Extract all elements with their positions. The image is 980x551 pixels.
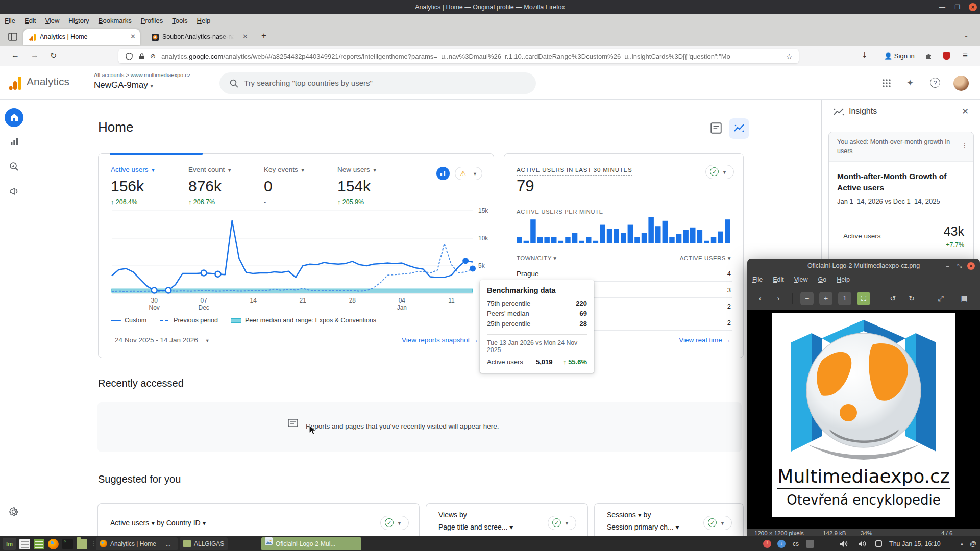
tray-update-icon[interactable]: ! bbox=[763, 540, 771, 548]
maximize-button[interactable]: ⤡ bbox=[955, 262, 963, 270]
metric-new-users[interactable]: New users ▼ 154k ↑ 205.9% bbox=[337, 165, 377, 206]
taskbar-window-analytics[interactable]: Analytics | Home — ... bbox=[96, 537, 178, 550]
assistant-sparkle-icon[interactable]: ✦ bbox=[906, 78, 914, 88]
launcher-document-icon[interactable] bbox=[19, 539, 30, 549]
metric-key-events[interactable]: Key events ▼ 0 - bbox=[264, 165, 305, 206]
menu-view[interactable]: View bbox=[40, 14, 64, 27]
search-bar[interactable]: Try searching "top countries by users" bbox=[219, 72, 536, 94]
sidebar-toggle-icon[interactable] bbox=[8, 32, 17, 41]
viewer-menu-view[interactable]: View bbox=[789, 273, 813, 286]
permissions-icon[interactable]: ⊘ bbox=[150, 52, 156, 60]
card-status-pill[interactable]: ✓▼ bbox=[380, 516, 409, 530]
viewer-menu-file[interactable]: File bbox=[747, 273, 768, 286]
adblock-extension-icon[interactable] bbox=[943, 52, 950, 60]
menu-profiles[interactable]: Profiles bbox=[136, 14, 167, 27]
close-button[interactable]: × bbox=[969, 3, 977, 11]
breadcrumb[interactable]: All accounts > www.multimediaexpo.cz bbox=[94, 72, 190, 78]
sidebar-item-home[interactable] bbox=[5, 108, 23, 127]
sidebar-item-reports[interactable] bbox=[5, 133, 23, 152]
minimize-button[interactable]: — bbox=[938, 3, 946, 11]
card-status-pill[interactable]: ✓▼ bbox=[548, 516, 576, 530]
taskbar-window-image-active[interactable]: Oficialni-Logo-2-Mul... bbox=[261, 537, 361, 550]
rotate-left-button[interactable]: ↺ bbox=[886, 292, 899, 305]
downloads-icon[interactable]: ⭣ bbox=[863, 51, 867, 60]
metric-event-count[interactable]: Event count ▼ 876k ↑ 206.7% bbox=[188, 165, 232, 206]
realtime-status-pill[interactable]: ✓▼ bbox=[705, 165, 734, 179]
next-image-button[interactable]: › bbox=[772, 292, 785, 305]
suggested-card-sessions-by-channel[interactable]: Sessions ▾ by Session primary ch... ▾ ✓▼ bbox=[594, 503, 744, 539]
sidebar-item-advertising[interactable] bbox=[5, 182, 23, 201]
zoom-out-button[interactable]: − bbox=[800, 292, 814, 305]
back-button[interactable]: ← bbox=[11, 51, 19, 60]
tray-expand-icon[interactable]: ▲ bbox=[960, 541, 964, 546]
list-all-tabs-icon[interactable]: ⌄ bbox=[964, 32, 969, 39]
menu-edit[interactable]: Edit bbox=[20, 14, 40, 27]
rotate-right-button[interactable]: ↻ bbox=[905, 292, 918, 305]
card-status-pill[interactable]: ✓▼ bbox=[703, 516, 732, 530]
kebab-menu-icon[interactable]: ⋮ bbox=[961, 141, 968, 149]
suggested-card-active-users-by-country[interactable]: Active users ▾ by Country ID ▾ ✓▼ bbox=[97, 503, 420, 539]
signin-button[interactable]: 👤 Sign in bbox=[879, 49, 920, 63]
previous-image-button[interactable]: ‹ bbox=[753, 292, 767, 305]
town-city-header[interactable]: TOWN/CITY ▾ bbox=[517, 255, 557, 262]
realtime-title[interactable]: ACTIVE USERS IN LAST 30 MINUTES bbox=[517, 167, 632, 176]
tray-shield-icon[interactable] bbox=[806, 540, 814, 548]
help-icon[interactable]: ? bbox=[930, 78, 940, 88]
launcher-firefox-icon[interactable] bbox=[48, 539, 59, 549]
sidebar-item-explore[interactable] bbox=[5, 157, 23, 176]
tab-soubor[interactable]: Soubor:Analytics-nase-navst ✕ bbox=[146, 29, 252, 45]
zoom-in-button[interactable]: + bbox=[819, 292, 832, 305]
insights-toggle-button[interactable] bbox=[729, 118, 749, 139]
tray-language-indicator[interactable]: cs bbox=[792, 540, 800, 548]
view-reports-snapshot-link[interactable]: View reports snapshot → bbox=[402, 336, 479, 344]
apps-grid-icon[interactable] bbox=[882, 79, 891, 88]
tray-volume-icon[interactable] bbox=[840, 540, 848, 548]
data-quality-pill[interactable]: ⚠ ▼ bbox=[455, 167, 482, 180]
close-icon[interactable]: ✕ bbox=[962, 106, 969, 117]
gallery-button[interactable]: ▤ bbox=[958, 292, 971, 305]
hamburger-menu-icon[interactable]: ≡ bbox=[963, 51, 968, 61]
minimize-button[interactable]: – bbox=[944, 262, 951, 270]
insight-card[interactable]: You asked: Month-over-month growth in us… bbox=[828, 132, 974, 268]
url-bar[interactable]: ⊘ analytics.google.com/analytics/web/#/a… bbox=[118, 49, 799, 63]
tray-at-icon[interactable]: @ bbox=[970, 540, 976, 547]
lock-icon[interactable] bbox=[139, 53, 145, 60]
close-button[interactable]: × bbox=[967, 262, 975, 270]
date-range-selector[interactable]: 24 Nov 2025 - 14 Jan 2026 ▼ bbox=[115, 336, 210, 344]
fullscreen-button[interactable]: ⤢ bbox=[934, 292, 947, 305]
image-viewer-window[interactable]: Oficialni-Logo-2-Multimediaexpo-cz.png –… bbox=[747, 259, 980, 536]
launcher-terminal-icon[interactable]: $_ bbox=[62, 539, 73, 549]
per-minute-bar-chart[interactable] bbox=[517, 216, 732, 243]
settings-gear-icon[interactable] bbox=[8, 506, 19, 517]
ga-product-name[interactable]: Analytics bbox=[27, 76, 69, 88]
menu-help[interactable]: Help bbox=[192, 14, 215, 27]
tab-close-icon[interactable]: ✕ bbox=[130, 33, 136, 40]
suggested-card-views-by-page-title[interactable]: Views by Page title and scree... ▾ ✓▼ bbox=[426, 503, 588, 539]
bookmark-star-icon[interactable]: ☆ bbox=[786, 52, 793, 61]
menu-bookmarks[interactable]: Bookmarks bbox=[94, 14, 136, 27]
best-fit-button[interactable]: ⛶ bbox=[857, 292, 870, 305]
active-users-line-chart[interactable]: 15k10k5k30Nov07Dec14212804Jan11 bbox=[99, 205, 495, 313]
shield-icon[interactable] bbox=[126, 53, 133, 60]
avatar[interactable] bbox=[953, 76, 969, 91]
new-tab-button[interactable]: + bbox=[261, 31, 266, 41]
viewer-menu-go[interactable]: Go bbox=[813, 273, 832, 286]
tab-close-icon[interactable]: ✕ bbox=[242, 33, 248, 40]
tray-download-icon[interactable]: ↓ bbox=[777, 540, 786, 548]
viewer-menu-edit[interactable]: Edit bbox=[768, 273, 789, 286]
maximize-button[interactable]: ❐ bbox=[953, 3, 962, 11]
view-real-time-link[interactable]: View real time → bbox=[679, 336, 731, 344]
benchmarking-badge-icon[interactable] bbox=[436, 167, 450, 180]
tray-window-icon[interactable] bbox=[875, 540, 882, 547]
property-selector[interactable]: NewGA-9may ▾ bbox=[94, 80, 153, 90]
forward-button[interactable]: → bbox=[31, 51, 39, 60]
taskbar-clock[interactable]: Thu Jan 15, 16:10 bbox=[889, 540, 941, 547]
extension-icon[interactable] bbox=[925, 52, 933, 60]
menu-file[interactable]: File bbox=[0, 14, 20, 27]
reload-button[interactable]: ↻ bbox=[50, 51, 57, 60]
launcher-text-editor-icon[interactable] bbox=[34, 539, 44, 549]
metric-active-users[interactable]: Active users ▼ 156k ↑ 206.4% bbox=[111, 165, 156, 206]
menu-history[interactable]: History bbox=[64, 14, 93, 27]
launcher-files-icon[interactable] bbox=[77, 539, 87, 549]
viewer-menu-help[interactable]: Help bbox=[831, 273, 855, 286]
